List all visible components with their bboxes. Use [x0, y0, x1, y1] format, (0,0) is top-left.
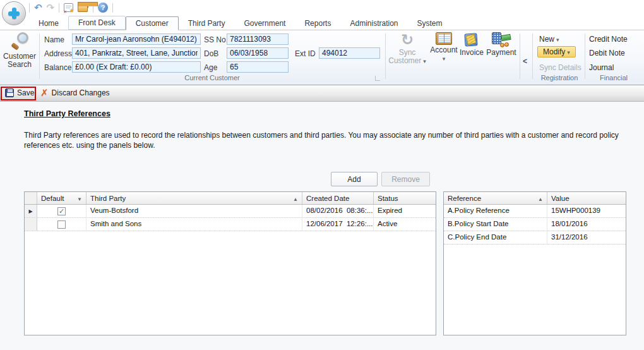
filter-dropdown-icon[interactable]	[77, 195, 82, 202]
tab-system[interactable]: System	[408, 17, 452, 30]
invoice-icon	[463, 32, 480, 47]
row-selector-header	[25, 192, 37, 204]
value-cell: 18/01/2016	[547, 218, 626, 231]
extid-field[interactable]	[319, 47, 380, 59]
new-button[interactable]: New	[539, 35, 559, 44]
table-row[interactable]: Smith and Sons 12/06/2017 12:26:... Acti…	[25, 218, 436, 231]
default-checkbox[interactable]	[57, 220, 66, 229]
current-customer-group-label: Current Customer	[44, 74, 380, 81]
divider	[59, 3, 59, 13]
name-label: Name	[44, 35, 64, 44]
reference-cell: B.Policy Start Date	[444, 218, 547, 231]
value-cell: 15WHP000139	[547, 205, 626, 217]
balance-field[interactable]	[72, 61, 201, 73]
dob-label: DoB	[204, 49, 218, 58]
group-divider	[385, 33, 386, 79]
tab-customer[interactable]: Customer	[126, 16, 179, 30]
plus-icon	[12, 8, 16, 19]
tab-third-party[interactable]: Third Party	[179, 17, 235, 30]
default-cell	[37, 205, 86, 217]
sync-customer-button: ↻ SyncCustomer	[387, 32, 427, 66]
collapse-group-button[interactable]: <	[523, 57, 527, 66]
undo-icon[interactable]: ↶	[34, 3, 42, 13]
extid-label: Ext ID	[295, 49, 316, 58]
ribbon: CustomerSearch Name Address Balance SS N…	[0, 30, 644, 85]
address-field[interactable]	[72, 47, 201, 59]
dialog-launcher-icon[interactable]	[375, 76, 380, 81]
table-row[interactable]: Veum-Botsford 08/02/2016 08:36:... Expir…	[25, 205, 436, 218]
edit-form-icon[interactable]: ★✕	[64, 3, 73, 12]
sync-details-button: Sync Details	[539, 63, 581, 72]
address-label: Address	[44, 49, 72, 58]
discard-x-icon: ✗	[40, 88, 49, 97]
ssno-label: SS No.	[204, 35, 228, 44]
tab-administration[interactable]: Administration	[340, 17, 407, 30]
name-field[interactable]	[72, 33, 201, 45]
row-selector[interactable]	[25, 205, 37, 217]
account-book-icon	[436, 32, 452, 45]
column-header-status[interactable]: Status	[374, 192, 436, 204]
column-header-default[interactable]: Default	[37, 192, 86, 204]
help-icon[interactable]: ?	[98, 3, 108, 13]
third-party-cell: Smith and Sons	[86, 218, 302, 231]
column-header-created-date[interactable]: Created Date	[302, 192, 374, 204]
tab-reports[interactable]: Reports	[295, 17, 340, 30]
column-header-reference[interactable]: Reference	[444, 192, 547, 204]
age-label: Age	[204, 63, 217, 72]
journal-button[interactable]: Journal	[589, 63, 614, 72]
sort-ascending-icon	[293, 195, 298, 202]
divider	[29, 3, 30, 13]
default-checkbox[interactable]	[57, 207, 66, 215]
table-header-row: Reference Value	[444, 192, 626, 205]
sync-icon: ↻	[387, 32, 427, 47]
add-button[interactable]: Add	[331, 172, 378, 186]
application-menu-button[interactable]	[2, 1, 26, 25]
status-cell: Active	[374, 218, 436, 231]
tab-home[interactable]: Home	[29, 17, 68, 30]
page-description: Third Party references are used to recor…	[24, 130, 626, 150]
financial-group-label: Financial	[586, 74, 641, 81]
customer-search-button[interactable]: CustomerSearch	[1, 32, 38, 69]
table-row[interactable]: B.Policy Start Date 18/01/2016	[444, 218, 626, 231]
row-selector[interactable]	[25, 218, 37, 231]
redo-icon: ↷	[47, 3, 55, 13]
group-divider	[520, 33, 520, 79]
group-divider	[532, 33, 533, 79]
credit-note-button[interactable]: Credit Note	[589, 35, 628, 44]
created-date-cell: 12/06/2017 12:26:...	[302, 218, 374, 231]
status-cell: Expired	[374, 205, 436, 217]
reference-cell: A.Policy Reference	[444, 205, 547, 217]
tab-government[interactable]: Government	[234, 17, 295, 30]
save-button[interactable]: Save	[5, 88, 34, 97]
discard-changes-button[interactable]: ✗ Discard Changes	[40, 88, 110, 97]
column-header-value[interactable]: Value	[547, 192, 626, 204]
magnifier-icon	[10, 32, 29, 51]
payment-icon	[492, 32, 511, 47]
table-row[interactable]: C.Policy End Date 31/12/2016	[444, 231, 626, 244]
modify-button[interactable]: Modify	[537, 46, 576, 57]
remove-button: Remove	[381, 172, 430, 186]
reference-table: Reference Value A.Policy Reference 15WHP…	[443, 191, 626, 335]
ribbon-tab-bar: Home Front Desk Customer Third Party Gov…	[29, 16, 452, 30]
payment-button[interactable]: Payment	[485, 32, 518, 57]
value-cell: 31/12/2016	[547, 231, 626, 244]
tab-front-desk[interactable]: Front Desk	[68, 16, 126, 30]
dob-field[interactable]	[227, 47, 289, 59]
folder-icon[interactable]	[78, 4, 88, 12]
reference-cell: C.Policy End Date	[444, 231, 547, 244]
invoice-button[interactable]: Invoice	[458, 32, 485, 57]
balance-label: Balance	[44, 63, 71, 72]
page-title: Third Party References	[24, 109, 110, 118]
main-content: Third Party References Third Party refer…	[0, 102, 644, 350]
column-header-third-party[interactable]: Third Party	[86, 192, 302, 204]
floppy-disk-icon	[5, 88, 14, 97]
account-button[interactable]: Account	[429, 32, 458, 63]
table-row[interactable]: A.Policy Reference 15WHP000139	[444, 205, 626, 218]
debit-note-button[interactable]: Debit Note	[589, 49, 625, 57]
sort-ascending-icon	[538, 195, 543, 202]
ssno-field[interactable]	[227, 33, 289, 45]
third-party-table: Default Third Party Created Date Status …	[24, 191, 436, 335]
age-field[interactable]	[227, 61, 289, 73]
quick-access-toolbar: ↶ ↷ ★✕ ?	[29, 2, 113, 13]
table-header-row: Default Third Party Created Date Status	[25, 192, 436, 205]
